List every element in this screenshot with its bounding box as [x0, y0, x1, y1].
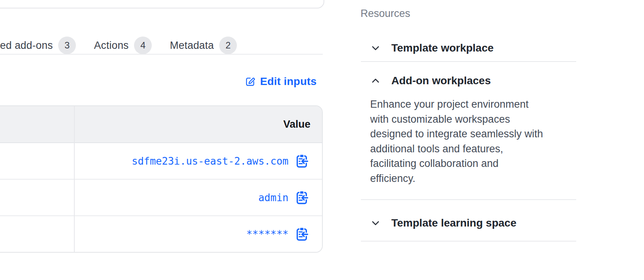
tab-installed-add-ons[interactable]: ed add-ons 3 [0, 37, 76, 54]
tab-label: Actions [94, 40, 129, 52]
inputs-table: Value sdfme23i.us-east-2.aws.com [0, 105, 323, 253]
pencil-square-icon [245, 76, 256, 87]
tab-count-badge: 3 [58, 37, 76, 54]
previous-card-fragment [0, 0, 324, 8]
section-divider [361, 199, 576, 200]
edit-inputs-label: Edit inputs [260, 75, 317, 88]
edit-inputs-button[interactable]: Edit inputs [0, 75, 317, 88]
clipboard-copy-icon[interactable] [295, 227, 308, 241]
accordion-template-workplace[interactable]: Template workplace [371, 40, 494, 56]
tab-actions[interactable]: Actions 4 [94, 37, 152, 54]
accordion-template-learning-space[interactable]: Template learning space [371, 215, 517, 231]
section-divider [361, 241, 576, 242]
tabs-divider [0, 54, 323, 55]
input-value-username: admin [258, 192, 288, 203]
tab-count-badge: 2 [219, 37, 237, 54]
chevron-down-icon[interactable] [371, 43, 381, 53]
tab-label: ed add-ons [0, 40, 53, 52]
tab-label: Metadata [170, 40, 214, 52]
table-header-row: Value [0, 106, 322, 143]
tab-count-badge: 4 [134, 37, 152, 54]
accordion-label: Add-on workplaces [391, 75, 491, 87]
clipboard-copy-icon[interactable] [295, 190, 308, 205]
add-on-workplaces-description: Enhance your project environment with cu… [370, 97, 578, 186]
section-divider [361, 61, 576, 62]
table-row: sdfme23i.us-east-2.aws.com [0, 143, 322, 179]
tab-metadata[interactable]: Metadata 2 [170, 37, 237, 54]
table-row: ******* [0, 215, 322, 252]
input-value-host: sdfme23i.us-east-2.aws.com [132, 155, 288, 167]
page: ed add-ons 3 Actions 4 Metadata 2 Edit i… [0, 0, 644, 280]
accordion-label: Template workplace [391, 42, 494, 54]
accordion-add-on-workplaces[interactable]: Add-on workplaces [371, 73, 491, 88]
input-value-password-masked: ******* [246, 228, 288, 240]
clipboard-copy-icon[interactable] [295, 154, 308, 168]
chevron-up-icon[interactable] [371, 76, 381, 86]
table-row: admin [0, 179, 322, 215]
accordion-label: Template learning space [391, 217, 517, 229]
table-column-divider [74, 106, 75, 252]
resources-panel-title: Resources [361, 8, 410, 20]
chevron-down-icon[interactable] [371, 218, 381, 228]
value-column-header: Value [283, 118, 310, 130]
tab-bar: ed add-ons 3 Actions 4 Metadata 2 [0, 35, 237, 55]
